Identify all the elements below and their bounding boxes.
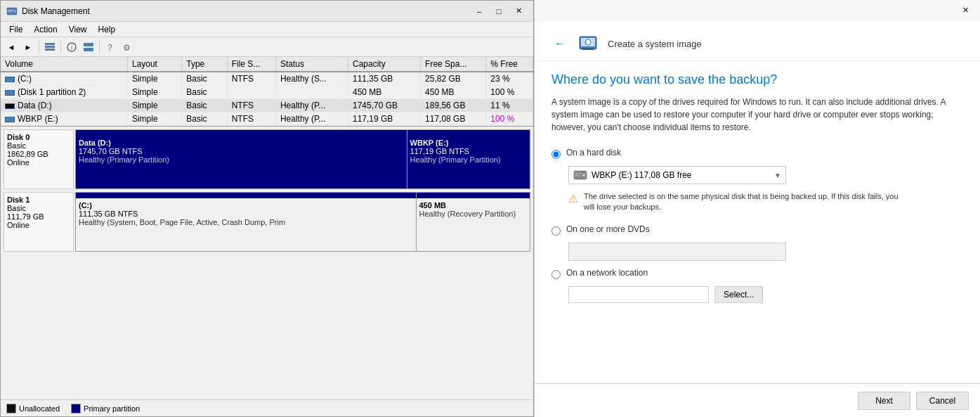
- cell-type: Basic: [182, 72, 227, 86]
- partition[interactable]: (C:) 111,35 GB NTFS Healthy (System, Boo…: [76, 193, 417, 251]
- cell-filesystem: NTFS: [227, 113, 275, 126]
- col-volume[interactable]: Volume: [1, 57, 127, 72]
- volume-table: Volume Layout Type File S... Status Capa…: [1, 57, 533, 127]
- cell-free: 25,82 GB: [421, 72, 486, 86]
- partition-size: 111,35 GB NTFS: [79, 210, 413, 218]
- wizard-header: ← i Create a system image: [535, 21, 980, 61]
- partition-header: [407, 130, 530, 136]
- cell-filesystem: NTFS: [227, 99, 275, 113]
- svg-point-19: [582, 174, 585, 177]
- cell-volume: (C:): [1, 72, 127, 86]
- disk-status: Online: [7, 221, 70, 229]
- menu-view[interactable]: View: [63, 23, 93, 36]
- cell-filesystem: [227, 86, 275, 99]
- warning-text: The drive selected is on the same physic…: [584, 191, 906, 213]
- disk-scroll[interactable]: Disk 0 Basic 1862,89 GB Online Data (D:)…: [1, 127, 533, 399]
- volume-list-btn[interactable]: [42, 39, 58, 55]
- disk-list-btn[interactable]: [81, 39, 96, 55]
- svg-rect-15: [582, 48, 594, 50]
- wizard-panel: ✕ ← i Create a system image Where do you…: [534, 0, 980, 417]
- col-capacity[interactable]: Capacity: [348, 57, 420, 72]
- close-button[interactable]: ✕: [509, 4, 528, 18]
- svg-text:⚙: ⚙: [123, 43, 131, 53]
- col-layout[interactable]: Layout: [127, 57, 181, 72]
- back-button[interactable]: ←: [551, 35, 568, 52]
- properties-btn[interactable]: i: [64, 39, 79, 55]
- backup-icon: i: [577, 32, 599, 55]
- partition-status: Healthy (Primary Partition): [79, 155, 404, 164]
- partition-size: 1745,70 GB NTFS: [79, 147, 404, 155]
- option-hdd-radio[interactable]: [551, 150, 561, 159]
- help-btn[interactable]: ?: [103, 39, 118, 55]
- partition[interactable]: WBKP (E:) 117,19 GB NTFS Healthy (Primar…: [407, 130, 530, 188]
- cell-layout: Simple: [127, 113, 181, 126]
- menu-action[interactable]: Action: [28, 23, 63, 36]
- window-title: Disk Management: [22, 6, 470, 16]
- cell-type: Basic: [182, 99, 227, 113]
- cell-capacity: 1745,70 GB: [348, 99, 420, 113]
- disk-type: Basic: [7, 204, 70, 212]
- volume-icon: [5, 90, 15, 96]
- svg-rect-5: [45, 46, 55, 48]
- option-dvd-radio[interactable]: [551, 226, 561, 236]
- disk-row: Disk 0 Basic 1862,89 GB Online Data (D:)…: [4, 129, 530, 189]
- col-type[interactable]: Type: [182, 57, 227, 72]
- disk-mgmt-icon: [6, 6, 18, 17]
- settings-btn[interactable]: ⚙: [119, 39, 135, 55]
- cell-pctFree: 11 %: [486, 99, 533, 113]
- legend-primary-label: Primary partition: [84, 404, 140, 413]
- warning-row: ⚠ The drive selected is on the same phys…: [568, 191, 906, 213]
- partition[interactable]: 450 MB Healthy (Recovery Partition): [417, 193, 530, 251]
- wizard-close-button[interactable]: ✕: [956, 4, 974, 18]
- cell-capacity: 450 MB: [348, 86, 420, 99]
- disk-name: Disk 1: [7, 195, 70, 204]
- option-network-radio[interactable]: [551, 270, 561, 279]
- minimize-button[interactable]: –: [470, 4, 488, 18]
- disk-management-window: Disk Management – □ ✕ File Action View H…: [0, 0, 534, 417]
- col-filesystem[interactable]: File S...: [227, 57, 275, 72]
- wizard-footer: Next Cancel: [535, 383, 980, 417]
- toolbar-separator-2: [60, 41, 61, 53]
- network-path-input[interactable]: [568, 286, 709, 303]
- partition[interactable]: Data (D:) 1745,70 GB NTFS Healthy (Prima…: [76, 130, 407, 188]
- forward-toolbar-btn[interactable]: ►: [20, 39, 36, 55]
- table-row[interactable]: Data (D:)SimpleBasicNTFSHealthy (P...174…: [1, 99, 533, 113]
- dvd-dropdown: [568, 243, 786, 261]
- next-button[interactable]: Next: [858, 392, 910, 410]
- menu-help[interactable]: Help: [93, 23, 122, 36]
- volume-icon: [5, 103, 15, 109]
- legend-primary: Primary partition: [71, 404, 140, 413]
- option-network-label[interactable]: On a network location: [566, 268, 648, 278]
- dvd-dropdown-row: [568, 243, 963, 261]
- legend-primary-box: [71, 404, 81, 413]
- option-hdd-label[interactable]: On a hard disk: [566, 148, 621, 158]
- menu-file[interactable]: File: [4, 23, 28, 36]
- legend: Unallocated Primary partition: [1, 399, 533, 416]
- title-bar: Disk Management – □ ✕: [1, 1, 533, 22]
- toolbar-separator-3: [99, 41, 100, 53]
- back-toolbar-btn[interactable]: ◄: [4, 39, 19, 55]
- col-pctfree[interactable]: % Free: [486, 57, 533, 72]
- col-free[interactable]: Free Spa...: [421, 57, 486, 72]
- select-button[interactable]: Select...: [714, 286, 763, 303]
- legend-unallocated-box: [6, 404, 16, 413]
- col-status[interactable]: Status: [275, 57, 348, 72]
- hdd-dropdown-text: WBKP (E:) 117,08 GB free: [573, 170, 774, 180]
- partition-name: Data (D:): [79, 139, 404, 147]
- option-dvd-label[interactable]: On one or more DVDs: [566, 224, 650, 234]
- option-dvd-row: On one or more DVDs: [551, 224, 963, 236]
- table-row[interactable]: (Disk 1 partition 2)SimpleBasic450 MB450…: [1, 86, 533, 99]
- hdd-dropdown[interactable]: WBKP (E:) 117,08 GB free ▼: [568, 166, 786, 184]
- hdd-dropdown-value: WBKP (E:) 117,08 GB free: [592, 170, 692, 180]
- cancel-button[interactable]: Cancel: [916, 392, 969, 410]
- option-network-row: On a network location: [551, 268, 963, 279]
- table-row[interactable]: WBKP (E:)SimpleBasicNTFSHealthy (P...117…: [1, 113, 533, 126]
- legend-unallocated-label: Unallocated: [19, 404, 60, 413]
- partition-name: WBKP (E:): [410, 139, 527, 147]
- partition-header: [76, 130, 407, 136]
- maximize-button[interactable]: □: [490, 4, 508, 18]
- hdd-icon: [573, 170, 587, 180]
- table-row[interactable]: (C:)SimpleBasicNTFSHealthy (S...111,35 G…: [1, 72, 533, 86]
- volume-icon: [5, 77, 15, 82]
- cell-status: Healthy (P...: [275, 113, 348, 126]
